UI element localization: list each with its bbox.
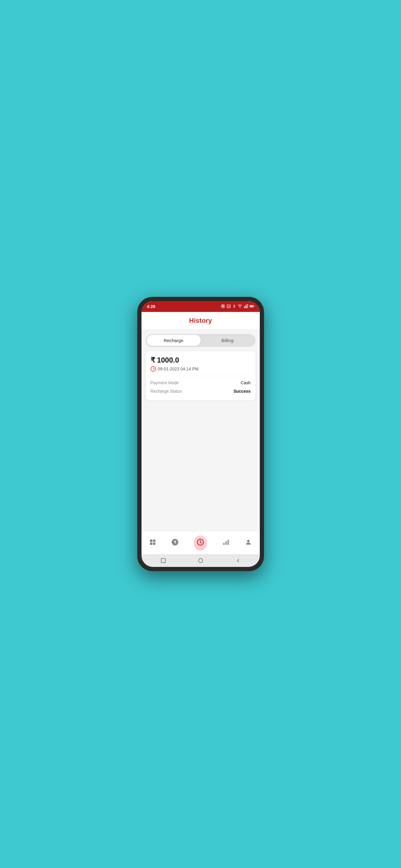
phone-frame: 4:28 xyxy=(137,297,264,571)
svg-rect-14 xyxy=(150,542,152,545)
android-back-btn[interactable] xyxy=(235,558,241,563)
payment-mode-row: Payment Mode Cash xyxy=(150,378,251,387)
phone-screen: 4:28 xyxy=(142,301,260,567)
svg-point-3 xyxy=(228,305,228,306)
recharge-status-label: Recharge Status xyxy=(150,389,182,394)
svg-rect-10 xyxy=(254,306,254,307)
svg-rect-6 xyxy=(245,306,246,308)
clock-icon xyxy=(150,366,156,372)
transaction-amount: ₹ 1000.0 xyxy=(150,356,251,364)
pocket-casts-icon xyxy=(221,304,225,309)
signal-icon xyxy=(244,304,248,309)
app-content: History Recharge Billing ₹ 1000.0 09-01-… xyxy=(142,312,260,554)
svg-point-22 xyxy=(247,540,250,542)
gallery-icon xyxy=(227,304,231,309)
recharge-status-row: Recharge Status Success xyxy=(150,387,251,396)
status-bar: 4:28 xyxy=(142,301,260,312)
bottom-nav: ₹ xyxy=(142,531,260,554)
nav-item-recharge[interactable]: ₹ xyxy=(168,537,182,549)
svg-rect-12 xyxy=(150,539,152,542)
person-icon xyxy=(245,538,252,548)
nav-item-profile[interactable] xyxy=(241,537,256,549)
transaction-card: ₹ 1000.0 09-01-2023 04:14 PM Payment Mod… xyxy=(146,351,256,400)
content-area: Recharge Billing ₹ 1000.0 09-01-2023 04:… xyxy=(142,330,260,531)
status-icons xyxy=(221,304,254,309)
android-home-btn[interactable] xyxy=(198,558,203,563)
bluetooth-icon xyxy=(232,304,236,309)
tab-billing[interactable]: Billing xyxy=(201,335,255,346)
nav-item-dashboard[interactable] xyxy=(145,537,160,549)
recharge-status-value: Success xyxy=(233,389,251,394)
svg-point-1 xyxy=(222,305,224,307)
svg-rect-8 xyxy=(247,304,248,308)
svg-rect-15 xyxy=(153,542,155,545)
svg-rect-11 xyxy=(250,305,253,307)
svg-rect-7 xyxy=(246,305,247,308)
svg-rect-5 xyxy=(244,307,245,308)
history-nav-bg xyxy=(194,535,207,551)
amount-value: ₹ 1000.0 xyxy=(150,356,179,364)
transaction-date: 09-01-2023 04:14 PM xyxy=(150,366,251,372)
payment-mode-label: Payment Mode xyxy=(150,380,179,385)
tab-switcher: Recharge Billing xyxy=(146,334,256,347)
payment-mode-value: Cash xyxy=(241,380,251,385)
svg-rect-23 xyxy=(161,558,165,563)
android-nav xyxy=(142,554,260,567)
svg-rect-21 xyxy=(228,540,229,545)
nav-item-reports[interactable] xyxy=(219,537,233,549)
android-recent-btn[interactable] xyxy=(161,558,166,563)
chart-icon xyxy=(222,538,230,548)
svg-text:₹: ₹ xyxy=(174,540,176,545)
battery-icon xyxy=(250,304,254,309)
nav-item-history[interactable] xyxy=(190,534,210,552)
grid-icon xyxy=(149,538,156,548)
svg-rect-20 xyxy=(225,541,227,545)
history-clock-icon xyxy=(197,540,204,547)
date-value: 09-01-2023 04:14 PM xyxy=(158,367,199,371)
rupee-icon: ₹ xyxy=(171,538,179,548)
page-title: History xyxy=(146,317,255,324)
svg-rect-13 xyxy=(153,539,155,542)
wifi-icon xyxy=(237,304,242,309)
app-header: History xyxy=(142,312,260,330)
svg-rect-19 xyxy=(223,543,225,545)
divider-1 xyxy=(150,376,251,376)
tab-recharge[interactable]: Recharge xyxy=(147,335,201,346)
status-time: 4:28 xyxy=(147,304,155,309)
svg-point-24 xyxy=(199,558,203,563)
svg-point-4 xyxy=(239,307,240,308)
